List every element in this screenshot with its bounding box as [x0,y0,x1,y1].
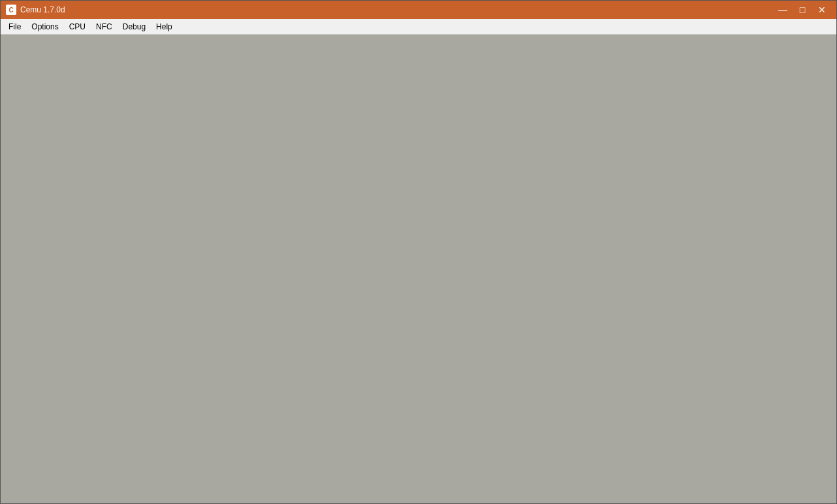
main-window: C Cemu 1.7.0d — □ ✕ File Options CPU NFC… [0,0,837,504]
menu-item-help[interactable]: Help [151,21,178,33]
maximize-button[interactable]: □ [793,3,812,16]
window-title: Cemu 1.7.0d [20,5,65,14]
main-content-area [1,35,836,503]
menu-item-options[interactable]: Options [26,21,63,33]
menu-item-debug[interactable]: Debug [118,21,151,33]
minimize-button[interactable]: — [774,3,792,16]
menu-item-nfc[interactable]: NFC [91,21,118,33]
app-icon: C [6,5,16,15]
title-bar: C Cemu 1.7.0d — □ ✕ [1,1,836,19]
window-controls: — □ ✕ [774,3,831,16]
menu-item-cpu[interactable]: CPU [64,21,91,33]
close-button[interactable]: ✕ [813,3,831,16]
menu-bar: File Options CPU NFC Debug Help [1,19,836,35]
title-bar-left: C Cemu 1.7.0d [6,5,65,15]
menu-item-file[interactable]: File [3,21,26,33]
